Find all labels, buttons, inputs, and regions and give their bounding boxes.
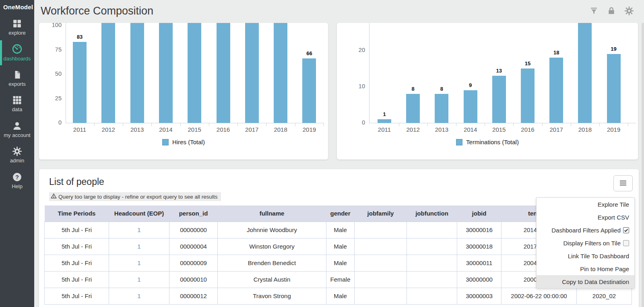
headcount-link[interactable]: 1: [137, 259, 140, 266]
sidebar: OneModel exploredashboardsexportsdatamy …: [0, 0, 34, 307]
cell-jobfunction: [407, 288, 457, 304]
x-axis-label: 2012: [399, 126, 427, 133]
x-axis-label: 2013: [123, 126, 151, 133]
cell-headcount: 1: [109, 288, 169, 304]
headcount-link[interactable]: 1: [137, 292, 140, 299]
bar-2014[interactable]: [464, 90, 477, 123]
menu-item-pin-to-home-page[interactable]: Pin to Home Page: [537, 262, 634, 275]
table-row: 5th Jul - Fri100000012Travon StrongMale3…: [45, 288, 632, 304]
menu-item-copy-to-data-destination[interactable]: Copy to Data Destination: [537, 275, 634, 288]
sidebar-item-dashboards[interactable]: dashboards: [0, 40, 34, 66]
cell-fullname: Brenden Benedict: [218, 255, 326, 271]
sidebar-item-label: exports: [8, 81, 26, 87]
sidebar-item-label: my account: [4, 132, 30, 138]
x-axis-label: 2011: [65, 126, 94, 133]
x-axis-label: 2016: [209, 126, 237, 133]
cell-gender: Male: [326, 222, 355, 238]
cell-headcount: 1: [109, 255, 169, 271]
x-axis-tick: [180, 123, 181, 126]
bar-2013[interactable]: [435, 94, 448, 123]
menu-item-dashboard-filters-applied[interactable]: Dashboard Filters Applied: [537, 224, 634, 236]
bar-2015[interactable]: [188, 23, 201, 123]
sidebar-item-data[interactable]: data: [0, 91, 34, 117]
y-axis-label: 20: [346, 47, 365, 53]
y-axis-label: 75: [42, 46, 62, 53]
bar-2019[interactable]: [607, 54, 621, 123]
menu-item-label: Export CSV: [598, 214, 629, 221]
menu-item-link-tile-to-dashboard[interactable]: Link Tile To Dashboard: [537, 249, 634, 262]
bar-2017[interactable]: [245, 23, 259, 123]
x-axis-label: 2015: [180, 126, 209, 133]
column-header-jobfunction: jobfunction: [407, 205, 457, 222]
x-axis-tick: [123, 123, 123, 126]
bar-value-label: 66: [299, 50, 319, 56]
checkbox-checked[interactable]: [623, 227, 629, 233]
x-axis-tick: [571, 123, 571, 126]
sidebar-item-exports[interactable]: exports: [0, 66, 34, 91]
gear-icon: [12, 146, 22, 156]
cell-headcount: 1: [109, 222, 169, 238]
bar-2018[interactable]: [274, 23, 287, 123]
bar-2011[interactable]: [73, 42, 87, 123]
query-warning: Query too large to display - refine or e…: [49, 192, 221, 201]
scrollbar[interactable]: [642, 0, 644, 307]
bar-2012[interactable]: [406, 94, 420, 123]
bar-value-label: 1: [374, 111, 394, 117]
cell-tenure: 2002-06-22 00:00:00: [502, 288, 577, 304]
cell-jobfamily: [355, 288, 407, 304]
menu-item-label: Link Tile To Dashboard: [568, 253, 629, 259]
menu-item-display-filters-on-tile[interactable]: Display Filters on Tile: [537, 236, 634, 249]
y-axis-line: [369, 23, 369, 123]
x-axis-tick: [266, 123, 266, 126]
bar-2018[interactable]: [578, 23, 592, 123]
sidebar-item-label: dashboards: [4, 56, 31, 62]
lock-icon[interactable]: [607, 6, 616, 17]
cell-person-id: 00000010: [169, 271, 218, 288]
x-axis-tick: [209, 123, 209, 126]
sidebar-item-my-account[interactable]: my account: [0, 117, 34, 142]
x-axis-label: 2011: [370, 126, 398, 133]
x-axis-tick: [295, 123, 295, 126]
menu-item-label: Copy to Data Destination: [562, 278, 629, 285]
bar-2016[interactable]: [217, 23, 230, 123]
menu-item-label: Display Filters on Tile: [563, 240, 621, 247]
menu-item-export-csv[interactable]: Export CSV: [537, 211, 634, 224]
x-axis-label: 2012: [94, 126, 123, 133]
bar-2013[interactable]: [130, 23, 144, 123]
cell-person-id: 00000012: [169, 288, 218, 304]
menu-item-label: Explore Tile: [598, 201, 629, 208]
sidebar-item-admin[interactable]: admin: [0, 143, 34, 168]
bar-2014[interactable]: [159, 23, 173, 123]
tile-menu-button[interactable]: [613, 175, 633, 191]
cell-gender: Male: [326, 255, 355, 271]
checkbox-unchecked[interactable]: [623, 240, 629, 246]
gear-icon[interactable]: [624, 6, 634, 17]
headcount-link[interactable]: 1: [137, 226, 140, 233]
cell-jobid: 30000011: [457, 255, 502, 271]
bar-2019[interactable]: [302, 58, 316, 123]
grid-icon: [12, 19, 22, 29]
bar-2012[interactable]: [101, 23, 115, 123]
menu-item-explore-tile[interactable]: Explore Tile: [537, 198, 634, 211]
headcount-link[interactable]: 1: [137, 243, 140, 250]
x-axis-label: 2017: [237, 126, 266, 133]
filter-icon[interactable]: [589, 6, 599, 17]
cell-jobid: 30000003: [457, 288, 502, 304]
legend-label: Hires (Total): [172, 139, 205, 145]
bar-2011[interactable]: [378, 119, 391, 123]
x-axis-label: 2014: [456, 126, 485, 133]
sidebar-item-help[interactable]: ?Help: [0, 168, 34, 193]
legend-swatch[interactable]: [162, 139, 169, 145]
user-icon: [12, 121, 22, 131]
column-header-fullname: fullname: [218, 205, 326, 222]
sidebar-item-explore[interactable]: explore: [0, 15, 34, 40]
cell-person-id: 00000004: [169, 238, 218, 255]
column-header-headcount: Headcount (EOP): [109, 205, 169, 222]
header-actions: [589, 6, 634, 17]
headcount-link[interactable]: 1: [137, 276, 140, 283]
bar-2016[interactable]: [521, 68, 535, 123]
bar-2015[interactable]: [492, 76, 506, 123]
bar-2017[interactable]: [549, 58, 563, 123]
legend-swatch[interactable]: [456, 139, 462, 145]
bar-value-label: 8: [403, 86, 423, 92]
